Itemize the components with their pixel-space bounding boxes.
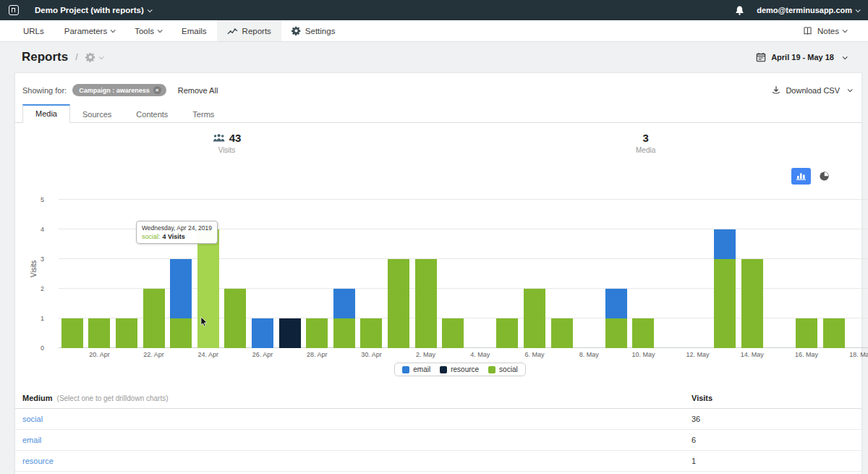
notes-menu[interactable]: Notes	[792, 26, 856, 35]
chevron-down-icon	[848, 87, 853, 92]
bar-social-3-May[interactable]	[442, 318, 464, 348]
y-tick-label: 4	[41, 226, 44, 233]
tab-contents[interactable]: Contents	[124, 106, 180, 123]
medium-link-social[interactable]: social	[22, 415, 43, 423]
y-tick-label: 3	[41, 255, 44, 263]
x-tick-label: 4. May	[470, 351, 490, 358]
bar-email-26-Apr[interactable]	[252, 318, 273, 348]
user-email-label: demo@terminusapp.com	[757, 6, 852, 14]
bar-social-16-May[interactable]	[796, 318, 817, 348]
stat-visits: 43 Visits	[213, 132, 242, 154]
bar-social-1-May[interactable]	[388, 259, 409, 348]
bar-social-19-Apr[interactable]	[61, 318, 83, 348]
remove-all-button[interactable]: Remove All	[178, 86, 218, 95]
chevron-down-icon	[98, 54, 103, 59]
legend-swatch-icon	[488, 366, 495, 373]
bar-chart-toggle-button[interactable]	[791, 168, 811, 185]
x-tick-label: 26. Apr	[252, 351, 273, 358]
filter-chip-label: Campaign : awareness	[79, 87, 150, 94]
bar-social-2-May[interactable]	[415, 259, 437, 348]
bar-social-6-May[interactable]	[524, 289, 545, 348]
bar-social-21-Apr[interactable]	[116, 318, 137, 348]
chart-plot: Wednesday, Apr 24, 2019 social:4 Visits	[59, 200, 868, 348]
chart-legend: emailresourcesocial	[394, 363, 525, 376]
calendar-icon	[756, 52, 766, 62]
bar-email-9-May[interactable]	[605, 289, 627, 318]
y-tick-label: 5	[41, 196, 44, 203]
chart-type-toggle	[15, 165, 861, 187]
visits-label: Visits	[213, 146, 242, 154]
bar-social-23-Apr[interactable]	[170, 318, 192, 348]
legend-swatch-icon	[402, 366, 409, 373]
gear-icon	[85, 52, 95, 62]
download-csv-button[interactable]: Download CSV	[771, 85, 854, 96]
medium-link-email[interactable]: email	[22, 436, 41, 444]
project-name-label: Demo Project (with reports)	[35, 6, 144, 14]
visits-value-resource: 1	[692, 457, 696, 465]
nav-item-urls[interactable]: URLs	[13, 20, 54, 41]
top-navbar: Demo Project (with reports) demo@terminu…	[0, 0, 868, 20]
chevron-down-icon	[856, 7, 861, 12]
bar-social-25-Apr[interactable]	[224, 289, 246, 348]
pie-chart-toggle-icon[interactable]	[819, 171, 830, 182]
legend-label: email	[413, 365, 430, 373]
bar-resource-27-Apr[interactable]	[279, 318, 301, 348]
tab-media[interactable]: Media	[22, 104, 70, 123]
notifications-bell-icon[interactable]	[734, 5, 745, 16]
line-chart-icon	[227, 27, 238, 35]
bar-social-13-May[interactable]	[714, 259, 736, 348]
nav-item-settings[interactable]: Settings	[281, 20, 346, 41]
project-switcher[interactable]: Demo Project (with reports)	[35, 6, 151, 14]
bar-social-17-May[interactable]	[823, 318, 845, 348]
bar-social-29-Apr[interactable]	[333, 318, 355, 348]
date-range-picker[interactable]: April 19 - May 18	[756, 52, 846, 62]
bar-social-22-Apr[interactable]	[143, 289, 165, 348]
bar-social-30-Apr[interactable]	[360, 318, 382, 348]
legend-item-email[interactable]: email	[402, 365, 430, 373]
nav-reports-label: Reports	[242, 27, 271, 35]
gridline	[59, 199, 868, 200]
tab-terms[interactable]: Terms	[180, 106, 226, 123]
table-header: Medium (Select one to get drilldown char…	[15, 388, 861, 409]
bar-social-20-Apr[interactable]	[88, 318, 110, 348]
bar-chart-icon	[796, 172, 807, 180]
book-icon	[802, 26, 813, 35]
nav-item-emails[interactable]: Emails	[171, 20, 217, 41]
bar-social-9-May[interactable]	[605, 318, 627, 348]
x-tick-label: 30. Apr	[361, 351, 382, 358]
filter-chip-campaign-awareness[interactable]: Campaign : awareness ×	[72, 84, 166, 96]
bar-email-13-May[interactable]	[714, 229, 736, 259]
table-row-social: social 36	[15, 409, 861, 430]
nav-settings-label: Settings	[305, 27, 336, 35]
legend-item-social[interactable]: social	[488, 365, 518, 373]
bar-email-29-Apr[interactable]	[333, 289, 355, 318]
bar-social-28-Apr[interactable]	[306, 318, 328, 348]
date-range-label: April 19 - May 18	[771, 53, 834, 62]
main-nav: URLs Parameters Tools Emails Reports Set…	[0, 20, 868, 42]
bar-social-10-May[interactable]	[632, 318, 654, 348]
x-tick-label: 8. May	[579, 351, 599, 358]
bar-social-7-May[interactable]	[551, 318, 573, 348]
x-tick-label: 2. May	[416, 351, 435, 358]
user-menu[interactable]: demo@terminusapp.com	[757, 6, 859, 14]
chart-x-axis: 20. Apr22. Apr24. Apr26. Apr28. Apr30. A…	[59, 348, 868, 360]
chevron-down-icon	[158, 27, 163, 33]
bar-social-24-Apr[interactable]	[197, 229, 219, 348]
stats-row: 43 Visits 3 Media	[15, 123, 861, 165]
tab-sources[interactable]: Sources	[70, 106, 124, 123]
terminus-logo-icon[interactable]	[9, 5, 19, 15]
legend-item-resource[interactable]: resource	[440, 365, 479, 373]
stat-media: 3 Media	[636, 132, 655, 154]
breadcrumb-separator: /	[75, 52, 77, 62]
medium-link-resource[interactable]: resource	[22, 457, 54, 465]
bar-social-14-May[interactable]	[741, 259, 763, 348]
nav-item-reports[interactable]: Reports	[217, 20, 281, 41]
nav-item-parameters[interactable]: Parameters	[54, 20, 124, 41]
y-tick-label: 0	[41, 344, 44, 352]
bar-social-5-May[interactable]	[496, 318, 518, 348]
bar-email-23-Apr[interactable]	[170, 259, 192, 318]
report-settings-dropdown[interactable]	[85, 52, 103, 62]
tooltip-series: social:	[142, 233, 161, 240]
close-icon[interactable]: ×	[153, 86, 161, 94]
nav-item-tools[interactable]: Tools	[124, 20, 171, 41]
